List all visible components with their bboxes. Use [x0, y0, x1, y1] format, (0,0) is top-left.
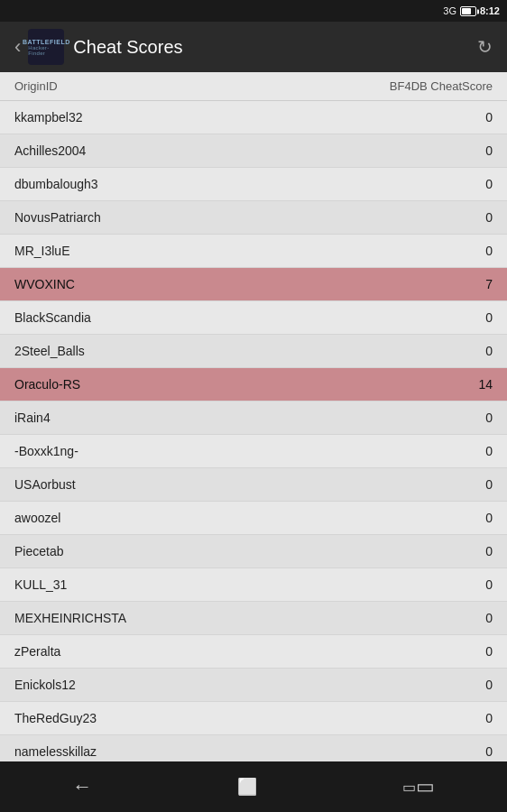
row-player-name: BlackScandia: [14, 310, 91, 325]
row-cheat-score: 0: [475, 577, 493, 592]
table-row[interactable]: zPeralta0: [0, 635, 507, 669]
nav-back-button[interactable]: [51, 766, 114, 807]
signal-text: 3G: [443, 5, 456, 16]
row-cheat-score: 0: [475, 477, 493, 492]
row-cheat-score: 0: [475, 678, 493, 692]
row-cheat-score: 0: [475, 210, 493, 225]
row-player-name: NovusPatriarch: [14, 210, 101, 225]
row-cheat-score: 0: [475, 511, 493, 525]
row-player-name: USAorbust: [14, 477, 76, 492]
table-row[interactable]: dbumbalough30: [0, 168, 507, 201]
col-origin-id: OriginID: [14, 79, 58, 93]
table-row[interactable]: Achilles20040: [0, 134, 507, 168]
table-row[interactable]: WVOXINC7: [0, 268, 507, 301]
row-player-name: WVOXINC: [14, 277, 75, 291]
row-player-name: dbumbalough3: [14, 177, 98, 191]
row-cheat-score: 0: [475, 310, 493, 325]
app-logo: BATTLEFIELD Hacker-Finder: [28, 29, 64, 65]
time-display: 8:12: [480, 5, 500, 16]
table-row[interactable]: USAorbust0: [0, 468, 507, 502]
page-title: Cheat Scores: [73, 37, 470, 58]
table-row[interactable]: -Boxxk1ng-0: [0, 435, 507, 468]
table-row[interactable]: 2Steel_Balls0: [0, 335, 507, 368]
table-row[interactable]: MR_I3luE0: [0, 235, 507, 268]
app-bar: ‹ BATTLEFIELD Hacker-Finder Cheat Scores…: [0, 22, 507, 72]
table-row[interactable]: BlackScandia0: [0, 301, 507, 335]
scores-table: kkampbel320Achilles20040dbumbalough30Nov…: [0, 101, 507, 761]
row-player-name: zPeralta: [14, 644, 60, 659]
row-cheat-score: 0: [475, 744, 493, 759]
bottom-nav-bar: ▭: [0, 761, 507, 812]
row-player-name: namelesskillaz: [14, 744, 97, 759]
table-row[interactable]: Oraculo-RS14: [0, 368, 507, 401]
nav-recents-button[interactable]: ▭: [381, 766, 456, 807]
row-cheat-score: 14: [475, 377, 493, 392]
row-player-name: Achilles2004: [14, 143, 86, 158]
table-row[interactable]: TheRedGuy230: [0, 702, 507, 735]
row-cheat-score: 0: [475, 444, 493, 458]
row-player-name: Oraculo-RS: [14, 377, 80, 392]
col-cheat-score: BF4DB CheatScore: [390, 79, 493, 93]
row-player-name: awoozel: [14, 511, 60, 525]
table-header: OriginID BF4DB CheatScore: [0, 72, 507, 101]
row-player-name: -Boxxk1ng-: [14, 444, 78, 458]
row-cheat-score: 0: [475, 544, 493, 558]
logo-bottom: Hacker-Finder: [28, 45, 64, 56]
content-area: OriginID BF4DB CheatScore kkampbel320Ach…: [0, 72, 507, 761]
row-player-name: MEXHEINRICHSTA: [14, 611, 126, 625]
table-row[interactable]: awoozel0: [0, 502, 507, 535]
logo-top: BATTLEFIELD: [23, 39, 70, 45]
table-row[interactable]: NovusPatriarch0: [0, 201, 507, 235]
nav-home-button[interactable]: [216, 768, 279, 806]
row-cheat-score: 0: [475, 110, 493, 125]
row-cheat-score: 0: [475, 244, 493, 258]
row-cheat-score: 0: [475, 711, 493, 725]
back-button[interactable]: ‹: [7, 28, 28, 66]
table-row[interactable]: iRain40: [0, 401, 507, 435]
table-row[interactable]: Enickols120: [0, 669, 507, 702]
row-cheat-score: 0: [475, 411, 493, 425]
row-player-name: iRain4: [14, 411, 51, 425]
row-player-name: kkampbel32: [14, 110, 83, 125]
row-cheat-score: 7: [475, 277, 493, 291]
table-row[interactable]: MEXHEINRICHSTA0: [0, 602, 507, 635]
row-player-name: MR_I3luE: [14, 244, 69, 258]
row-player-name: KULL_31: [14, 577, 67, 592]
table-row[interactable]: namelesskillaz0: [0, 735, 507, 761]
status-bar: 3G 8:12: [0, 0, 507, 22]
row-player-name: 2Steel_Balls: [14, 344, 85, 358]
refresh-button[interactable]: ↻: [470, 29, 500, 65]
row-cheat-score: 0: [475, 143, 493, 158]
battery-icon: [460, 5, 476, 16]
table-row[interactable]: KULL_310: [0, 568, 507, 602]
row-cheat-score: 0: [475, 177, 493, 191]
row-player-name: TheRedGuy23: [14, 711, 97, 725]
table-row[interactable]: kkampbel320: [0, 101, 507, 134]
row-cheat-score: 0: [475, 344, 493, 358]
row-cheat-score: 0: [475, 611, 493, 625]
row-player-name: Enickols12: [14, 678, 76, 692]
row-cheat-score: 0: [475, 644, 493, 659]
table-row[interactable]: Piecetab0: [0, 535, 507, 568]
row-player-name: Piecetab: [14, 544, 63, 558]
status-bar-right: 3G 8:12: [443, 5, 500, 16]
